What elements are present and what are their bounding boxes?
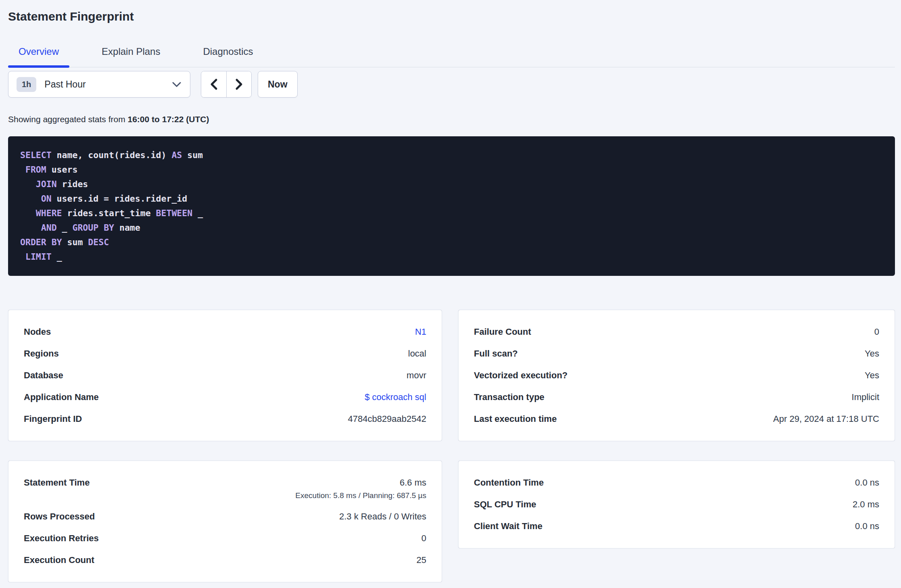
stat-row: Transaction typeImplicit — [474, 392, 879, 403]
stat-row: Fingerprint ID4784cb829aab2542 — [24, 413, 426, 425]
stat-row: Application Name$ cockroach sql — [24, 392, 426, 403]
stat-row: Contention Time0.0 ns — [474, 477, 879, 488]
sql-line: SELECT name, count(rides.id) AS sum — [20, 148, 880, 163]
stat-label: Fingerprint ID — [24, 413, 90, 425]
time-range-select[interactable]: 1h Past Hour — [8, 71, 190, 98]
stat-label: Regions — [24, 348, 67, 359]
stat-row: Databasemovr — [24, 370, 426, 381]
application-name-link[interactable]: $ cockroach sql — [365, 392, 426, 403]
stat-label: Full scan? — [474, 348, 526, 359]
time-range-label: Past Hour — [44, 79, 172, 90]
stat-row: Client Wait Time0.0 ns — [474, 521, 879, 532]
sql-line: JOIN rides — [20, 177, 880, 192]
sql-line: AND _ GROUP BY name — [20, 221, 880, 235]
stat-label: Transaction type — [474, 392, 553, 403]
statement-details-left-panel: NodesN1RegionslocalDatabasemovrApplicati… — [8, 310, 442, 441]
stat-label: Application Name — [24, 392, 107, 403]
stat-label: Execution Retries — [24, 533, 107, 544]
stat-row: NodesN1 — [24, 326, 426, 338]
chevron-down-icon — [172, 82, 181, 87]
stats-grid: NodesN1RegionslocalDatabasemovrApplicati… — [8, 310, 895, 582]
stat-label: Execution Count — [24, 555, 102, 566]
tab-diagnostics[interactable]: Diagnostics — [192, 45, 263, 67]
sql-line: FROM users — [20, 163, 880, 177]
stat-value-group: 6.6 msExecution: 5.8 ms / Planning: 687.… — [295, 477, 426, 500]
stat-label: Last execution time — [474, 413, 565, 425]
stat-value: local — [408, 348, 426, 359]
stat-subvalue: Execution: 5.8 ms / Planning: 687.5 µs — [295, 491, 426, 500]
nodes-link[interactable]: N1 — [415, 326, 426, 338]
aggregation-note-range: 16:00 to 17:22 (UTC) — [128, 115, 209, 124]
stat-row: Failure Count0 — [474, 326, 879, 338]
previous-time-button[interactable] — [201, 71, 226, 97]
stat-row: Regionslocal — [24, 348, 426, 359]
chevron-right-icon — [235, 78, 244, 90]
stat-value: 0 — [874, 326, 879, 338]
stat-row: Full scan?Yes — [474, 348, 879, 359]
stat-label: Statement Time — [24, 477, 98, 488]
aggregation-note: Showing aggregated stats from 16:00 to 1… — [8, 115, 895, 124]
stat-label: Vectorized execution? — [474, 370, 576, 381]
stat-value: Implicit — [852, 392, 879, 403]
execution-stats-right-panel: Contention Time0.0 nsSQL CPU Time2.0 msC… — [458, 461, 895, 548]
stat-row: Statement Time6.6 msExecution: 5.8 ms / … — [24, 477, 426, 500]
stat-value: 2.0 ms — [853, 499, 879, 510]
stat-label: Rows Processed — [24, 511, 103, 522]
stat-label: Database — [24, 370, 71, 381]
page-title: Statement Fingerprint — [8, 9, 895, 24]
stat-value: 0.0 ns — [855, 521, 879, 532]
time-range-badge: 1h — [17, 77, 36, 92]
stat-label: Client Wait Time — [474, 521, 551, 532]
stat-label: SQL CPU Time — [474, 499, 544, 510]
stat-row: Vectorized execution?Yes — [474, 370, 879, 381]
stat-value: movr — [407, 370, 426, 381]
stat-value: Yes — [865, 370, 879, 381]
stat-value: Apr 29, 2024 at 17:18 UTC — [773, 413, 879, 425]
time-controls: 1h Past Hour Now — [8, 71, 895, 98]
sql-line: LIMIT _ — [20, 250, 880, 264]
stat-value: 25 — [417, 555, 426, 566]
statement-fingerprint-page: Statement Fingerprint OverviewExplain Pl… — [0, 0, 901, 582]
tab-bar: OverviewExplain PlansDiagnostics — [8, 45, 895, 67]
aggregation-note-prefix: Showing aggregated stats from — [8, 115, 128, 124]
next-time-button[interactable] — [226, 71, 251, 97]
stat-label: Failure Count — [474, 326, 539, 338]
chevron-left-icon — [209, 78, 218, 90]
stat-value: 0 — [421, 533, 426, 544]
stat-row: Execution Retries0 — [24, 533, 426, 544]
sql-line: ON users.id = rides.rider_id — [20, 192, 880, 206]
stat-row: SQL CPU Time2.0 ms — [474, 499, 879, 510]
stat-label: Nodes — [24, 326, 59, 338]
now-button[interactable]: Now — [258, 71, 298, 98]
execution-stats-left-panel: Statement Time6.6 msExecution: 5.8 ms / … — [8, 461, 442, 582]
stat-value: 6.6 ms — [400, 477, 426, 488]
sql-statement: SELECT name, count(rides.id) AS sum FROM… — [8, 136, 895, 276]
stat-row: Rows Processed2.3 k Reads / 0 Writes — [24, 511, 426, 522]
stat-value: 2.3 k Reads / 0 Writes — [339, 511, 426, 522]
sql-line: ORDER BY sum DESC — [20, 235, 880, 250]
stat-value: Yes — [865, 348, 879, 359]
sql-line: WHERE rides.start_time BETWEEN _ — [20, 206, 880, 221]
stat-row: Last execution timeApr 29, 2024 at 17:18… — [474, 413, 879, 425]
stat-value: 0.0 ns — [855, 477, 879, 488]
time-step-buttons — [201, 71, 252, 98]
stat-value: 4784cb829aab2542 — [348, 413, 426, 425]
stat-row: Execution Count25 — [24, 555, 426, 566]
tab-overview[interactable]: Overview — [8, 45, 69, 67]
stat-label: Contention Time — [474, 477, 552, 488]
statement-details-right-panel: Failure Count0Full scan?YesVectorized ex… — [458, 310, 895, 441]
tab-explain-plans[interactable]: Explain Plans — [91, 45, 171, 67]
